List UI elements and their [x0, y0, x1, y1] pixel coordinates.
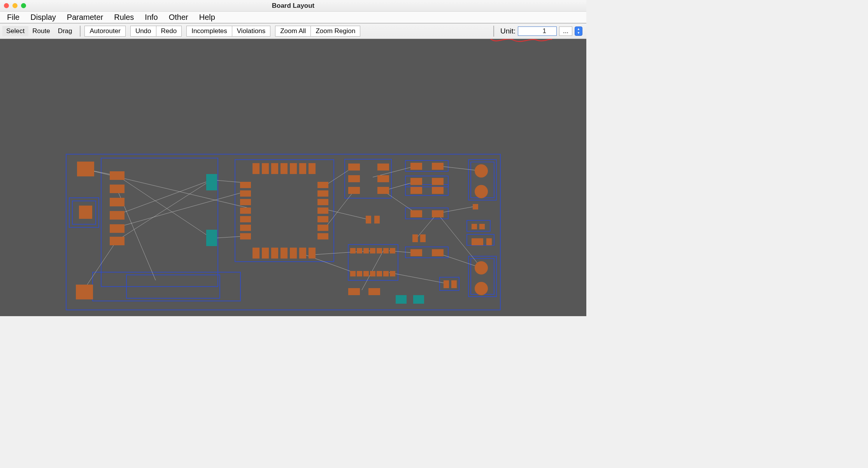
- menu-help[interactable]: Help: [194, 12, 221, 23]
- svg-line-28: [117, 191, 248, 227]
- svg-rect-68: [299, 248, 306, 259]
- menu-file[interactable]: File: [2, 12, 25, 23]
- svg-rect-112: [357, 248, 362, 253]
- svg-rect-92: [410, 163, 422, 170]
- chevron-up-icon[interactable]: ▲: [577, 27, 580, 31]
- svg-rect-85: [348, 175, 360, 182]
- svg-rect-109: [472, 238, 483, 245]
- svg-line-25: [117, 175, 212, 238]
- svg-rect-81: [317, 216, 328, 222]
- svg-rect-100: [410, 249, 422, 256]
- svg-rect-113: [363, 248, 369, 253]
- svg-rect-117: [390, 248, 395, 253]
- menu-info[interactable]: Info: [139, 12, 163, 23]
- svg-rect-59: [281, 163, 288, 174]
- svg-rect-66: [281, 248, 288, 259]
- pcb-layout: [0, 39, 586, 316]
- svg-rect-67: [290, 248, 297, 259]
- svg-rect-96: [410, 187, 422, 194]
- svg-rect-99: [432, 210, 444, 217]
- svg-rect-88: [377, 175, 389, 182]
- svg-line-46: [362, 251, 383, 290]
- svg-rect-132: [206, 230, 217, 246]
- svg-rect-104: [444, 280, 449, 288]
- app-window: Board Layout File Display Parameter Rule…: [0, 0, 586, 316]
- svg-rect-124: [390, 271, 395, 276]
- svg-rect-133: [396, 295, 407, 304]
- undo-button[interactable]: Undo: [130, 26, 156, 37]
- incompletes-button[interactable]: Incompletes: [186, 26, 232, 37]
- svg-rect-115: [377, 248, 382, 253]
- violations-button[interactable]: Violations: [232, 26, 270, 37]
- svg-line-32: [326, 209, 369, 220]
- chevron-down-icon[interactable]: ▼: [577, 31, 580, 35]
- window-title: Board Layout: [0, 2, 586, 10]
- svg-rect-57: [262, 163, 269, 174]
- titlebar[interactable]: Board Layout: [0, 0, 586, 12]
- svg-rect-120: [363, 271, 369, 276]
- svg-point-128: [475, 185, 488, 198]
- svg-rect-78: [317, 190, 328, 197]
- svg-rect-83: [317, 233, 328, 239]
- svg-rect-53: [110, 224, 125, 233]
- svg-rect-123: [383, 271, 389, 276]
- svg-rect-90: [366, 216, 371, 223]
- svg-rect-74: [240, 216, 251, 222]
- menu-rules[interactable]: Rules: [109, 12, 139, 23]
- svg-rect-103: [420, 234, 426, 242]
- svg-rect-63: [253, 248, 260, 259]
- zoom-all-button[interactable]: Zoom All: [275, 26, 310, 37]
- autorouter-button[interactable]: Autorouter: [84, 26, 125, 37]
- menu-parameter[interactable]: Parameter: [61, 12, 109, 23]
- svg-rect-91: [374, 216, 380, 223]
- svg-line-33: [326, 191, 354, 227]
- board-canvas[interactable]: [0, 39, 586, 316]
- svg-rect-52: [110, 211, 125, 220]
- zoom-region-button[interactable]: Zoom Region: [310, 26, 360, 37]
- unit-input[interactable]: [518, 26, 557, 36]
- menu-other[interactable]: Other: [163, 12, 194, 23]
- svg-rect-64: [262, 248, 269, 259]
- menubar: File Display Parameter Rules Info Other …: [0, 12, 586, 23]
- svg-rect-121: [370, 271, 375, 276]
- svg-rect-56: [253, 163, 260, 174]
- svg-rect-69: [309, 248, 316, 259]
- toolbar-separator: [80, 26, 81, 37]
- svg-rect-110: [486, 238, 492, 245]
- svg-rect-77: [317, 182, 328, 188]
- svg-rect-58: [271, 163, 278, 174]
- svg-line-40: [389, 273, 447, 283]
- svg-rect-76: [240, 233, 251, 239]
- svg-rect-49: [110, 171, 125, 180]
- redo-button[interactable]: Redo: [156, 26, 182, 37]
- svg-line-22: [84, 169, 248, 208]
- unit-stepper[interactable]: ▲ ▼: [575, 26, 582, 36]
- svg-rect-111: [350, 248, 356, 253]
- menu-display[interactable]: Display: [25, 12, 61, 23]
- svg-rect-47: [77, 162, 94, 176]
- svg-rect-101: [432, 249, 444, 256]
- svg-rect-61: [299, 163, 306, 174]
- svg-rect-102: [412, 234, 418, 242]
- mode-drag-button[interactable]: Drag: [54, 26, 76, 36]
- svg-rect-118: [350, 271, 356, 276]
- svg-rect-50: [110, 185, 125, 193]
- svg-rect-98: [410, 210, 422, 217]
- svg-rect-75: [240, 225, 251, 231]
- mode-route-button[interactable]: Route: [28, 26, 54, 36]
- svg-rect-116: [383, 248, 389, 253]
- svg-rect-79: [317, 199, 328, 205]
- svg-point-127: [475, 164, 488, 178]
- svg-rect-60: [290, 163, 297, 174]
- svg-rect-48: [76, 285, 93, 299]
- svg-line-27: [117, 180, 212, 215]
- svg-rect-93: [432, 163, 444, 170]
- svg-rect-87: [377, 164, 389, 171]
- more-button[interactable]: ...: [559, 26, 572, 36]
- svg-rect-89: [377, 187, 389, 194]
- svg-rect-82: [317, 225, 328, 231]
- svg-rect-18: [467, 220, 490, 231]
- mode-select-button[interactable]: Select: [2, 26, 28, 36]
- svg-point-130: [475, 282, 488, 295]
- svg-rect-126: [368, 288, 380, 295]
